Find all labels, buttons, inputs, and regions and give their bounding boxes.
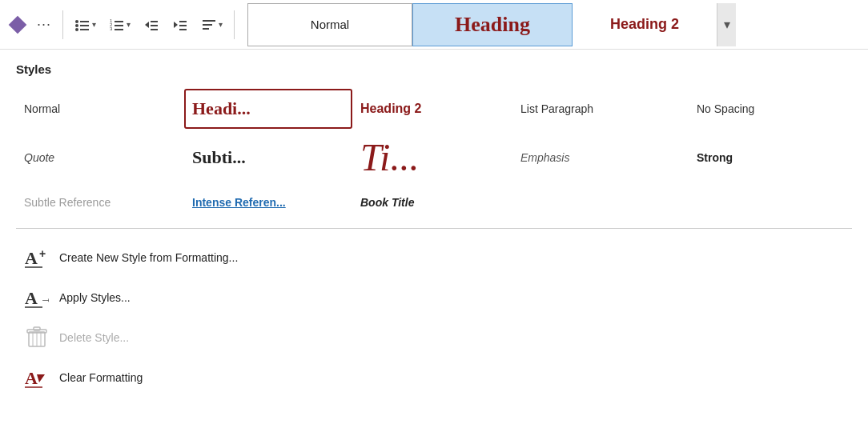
svg-marker-37 xyxy=(37,374,45,382)
create-style-icon: A + xyxy=(24,245,50,270)
styles-panel-title: Styles xyxy=(16,62,852,76)
style-item-intense-reference[interactable]: Intense Referen... xyxy=(184,186,352,218)
style-quote-label: Quote xyxy=(24,151,54,164)
create-style-action[interactable]: A + Create New Style from Formatting... xyxy=(16,238,852,277)
svg-text:3: 3 xyxy=(110,26,113,31)
style-normal-label: Normal xyxy=(24,102,60,115)
clear-formatting-label: Clear Formatting xyxy=(59,371,143,384)
svg-point-4 xyxy=(75,28,78,31)
toolbar-divider-2 xyxy=(234,10,235,39)
svg-text:→: → xyxy=(40,293,49,306)
style-heading1-label: Headi... xyxy=(192,98,251,119)
style-item-book-title[interactable]: Book Title xyxy=(352,186,512,218)
more-options-button[interactable]: ··· xyxy=(32,13,56,36)
style-pill-heading1-label: Heading xyxy=(455,13,530,37)
style-pill-heading2-label: Heading 2 xyxy=(610,16,679,33)
style-heading2-label: Heading 2 xyxy=(360,102,421,116)
style-pill-heading2[interactable]: Heading 2 xyxy=(573,3,717,46)
create-style-label: Create New Style from Formatting... xyxy=(59,251,238,264)
clear-formatting-action[interactable]: A Clear Formatting xyxy=(16,358,852,397)
numbered-list-caret: ▾ xyxy=(127,20,131,29)
toolbar: ··· ▾ 123 ▾ ▾ Normal Hea xyxy=(0,0,868,50)
style-no-spacing-label: No Spacing xyxy=(697,102,754,115)
bullet-list-icon xyxy=(74,17,90,33)
style-item-quote[interactable]: Quote xyxy=(16,129,184,186)
style-pill-normal-label: Normal xyxy=(311,18,349,31)
style-pill-normal[interactable]: Normal xyxy=(247,3,412,46)
style-item-list-paragraph[interactable]: List Paragraph xyxy=(512,89,689,129)
toolbar-divider-1 xyxy=(62,10,63,39)
styles-grid: Normal Headi... Heading 2 List Paragraph… xyxy=(16,89,852,218)
svg-text:A: A xyxy=(25,288,38,308)
svg-point-2 xyxy=(75,24,78,27)
style-item-heading2[interactable]: Heading 2 xyxy=(352,89,512,129)
svg-marker-12 xyxy=(145,22,149,28)
delete-style-label: Delete Style... xyxy=(59,331,129,344)
sort-caret: ▾ xyxy=(219,20,223,29)
increase-indent-button[interactable] xyxy=(167,14,193,36)
style-strong-label: Strong xyxy=(697,151,733,164)
increase-indent-icon xyxy=(172,17,188,33)
style-item-normal[interactable]: Normal xyxy=(16,89,184,129)
actions-list: A + Create New Style from Formatting... … xyxy=(16,238,852,397)
style-subtitle-label: Subti... xyxy=(192,147,246,168)
styles-expand-button[interactable]: ▾ xyxy=(717,3,736,46)
style-item-empty-1 xyxy=(512,186,689,218)
styles-panel: Styles Normal Headi... Heading 2 List Pa… xyxy=(0,50,868,410)
style-pill-heading1[interactable]: Heading xyxy=(412,3,573,46)
decrease-indent-button[interactable] xyxy=(139,14,164,36)
apply-styles-action[interactable]: A → Apply Styles... xyxy=(16,278,852,317)
numbered-list-icon: 123 xyxy=(109,17,125,33)
svg-text:+: + xyxy=(39,247,46,260)
bullet-list-button[interactable]: ▾ xyxy=(70,14,101,36)
style-subtle-reference-label: Subtle Reference xyxy=(24,196,111,209)
svg-marker-16 xyxy=(174,22,178,28)
chevron-down-icon: ▾ xyxy=(724,17,730,32)
style-item-title[interactable]: Ti... xyxy=(352,129,512,186)
style-item-subtle-reference[interactable]: Subtle Reference xyxy=(16,186,184,218)
svg-rect-34 xyxy=(34,327,40,330)
style-item-emphasis[interactable]: Emphasis xyxy=(512,129,689,186)
style-item-no-spacing[interactable]: No Spacing xyxy=(689,89,849,129)
decrease-indent-icon xyxy=(143,17,159,33)
apply-styles-icon: A → xyxy=(24,285,50,310)
bullet-list-caret: ▾ xyxy=(92,20,96,29)
style-pills-container: Normal Heading Heading 2 ▾ xyxy=(247,0,862,49)
style-title-label: Ti... xyxy=(360,138,419,177)
clear-formatting-icon: A xyxy=(24,365,50,390)
panel-divider xyxy=(16,228,852,229)
delete-style-action: Delete Style... xyxy=(16,318,852,357)
style-item-strong[interactable]: Strong xyxy=(689,129,849,186)
diamond-icon xyxy=(6,14,29,36)
style-intense-reference-label: Intense Referen... xyxy=(192,196,286,209)
svg-text:A: A xyxy=(25,368,38,388)
sort-icon xyxy=(201,17,217,33)
style-item-heading1[interactable]: Headi... xyxy=(184,89,352,129)
sort-button[interactable]: ▾ xyxy=(196,14,227,36)
svg-text:A: A xyxy=(25,248,38,268)
style-item-empty-2 xyxy=(689,186,849,218)
style-item-subtitle[interactable]: Subti... xyxy=(184,129,352,186)
apply-styles-label: Apply Styles... xyxy=(59,291,131,304)
style-book-title-label: Book Title xyxy=(360,196,414,209)
svg-point-0 xyxy=(75,20,78,23)
style-list-paragraph-label: List Paragraph xyxy=(520,102,593,115)
delete-style-icon xyxy=(24,325,50,350)
numbered-list-button[interactable]: 123 ▾ xyxy=(104,14,135,36)
style-emphasis-label: Emphasis xyxy=(520,151,569,164)
